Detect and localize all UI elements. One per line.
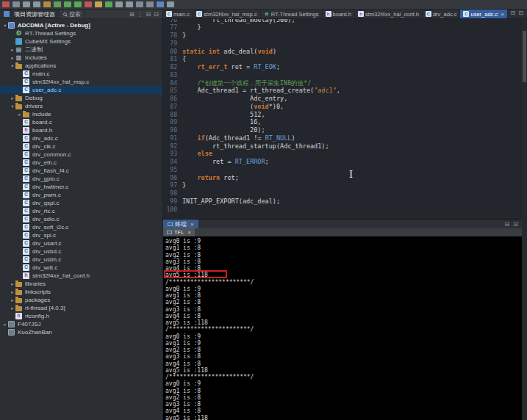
tree-item[interactable]: ▾drivers [0,102,162,110]
tree-item[interactable]: Cboard.c [0,118,162,126]
editor-tab[interactable]: Cmain.c [163,10,193,18]
tree-item[interactable]: Cdrv_rtc.c [0,207,162,215]
editor-tab[interactable]: Cdrv_adc.c [423,10,461,18]
tree-item[interactable]: Cdrv_flash_f4.c [0,167,162,175]
expand-arrow-icon[interactable]: ▸ [10,55,15,61]
tree-item[interactable]: Cdrv_common.c [0,151,162,159]
c-icon: C [23,79,29,85]
terminal-icon[interactable] [115,1,123,7]
tree-item[interactable]: Cdrv_clk.c [0,142,162,151]
tree-item[interactable]: ▸libraries [0,280,162,288]
collapse-arrow-icon[interactable]: ▾ [10,104,15,109]
view-tab[interactable]: 搜索 [60,10,85,18]
save-icon[interactable] [23,1,30,7]
expand-arrow-icon[interactable]: ▸ [10,297,15,303]
view-tab[interactable]: 项目资源管理器 [0,10,60,18]
collapse-arrow-icon[interactable]: ▾ [10,63,15,69]
tree-item[interactable]: hrtconfig.h [0,312,162,320]
run-icon[interactable] [74,1,82,7]
expand-arrow-icon[interactable]: ▸ [10,47,15,53]
view-menu-icon[interactable]: ⋮ [137,11,143,18]
code-editor[interactable]: 76 rt_thread_mdelay(500);77 }78}7980stat… [163,19,527,219]
tree-item[interactable]: ▸Debug [0,94,162,102]
editor-tab[interactable]: hstm32f4xx_hal_conf.h [355,10,423,18]
stop-icon[interactable] [85,1,92,7]
maximize-icon[interactable]: ⊡ [154,11,159,18]
expand-arrow-icon[interactable]: ▸ [10,289,15,295]
tree-item[interactable]: ▸F407JSJ [0,320,162,328]
expand-arrow-icon[interactable]: ▸ [2,322,8,327]
close-icon[interactable]: × [190,221,194,228]
tree-item[interactable]: Cdrv_usbd.c [0,247,162,256]
editor-tab[interactable]: hboard.h [323,10,355,18]
step-over-icon[interactable] [95,1,102,7]
maximize-icon[interactable]: ⊡ [518,10,523,18]
terminal-output[interactable]: avg0 is :9avg1 is :8avg2 is :8avg3 is :8… [163,236,522,420]
tree-item[interactable]: hstm32f4xx_hal_conf.h [0,272,162,280]
tree-item[interactable]: Cdrv_spi.c [0,231,162,239]
tree-item[interactable]: ▸rt-thread [4.0.3] [0,304,162,312]
minimize-icon[interactable]: ⊟ [146,11,151,18]
editor-tab[interactable]: Cstm32f4xx_hal_msp.c [193,10,261,18]
tree-item[interactable]: Cdrv_eth.c [0,159,162,167]
terminal-panel-tab[interactable]: 终端 × [163,220,198,228]
close-icon[interactable]: × [501,11,504,18]
tree-item[interactable]: ▸linkscripts [0,288,162,296]
tree-item[interactable]: Cdrv_wdt.c [0,264,162,272]
terminal-session-tabbar: TFL × [163,228,527,236]
tree-item[interactable]: Cstm32f4xx_hal_msp.c [0,78,162,86]
collapse-all-icon[interactable]: ⊞ [129,11,135,18]
tree-item[interactable]: ▾ADCDMA [Active - Debug] [0,21,162,29]
tree-item[interactable]: Cdrv_sdio.c [0,215,162,223]
save-all-icon[interactable] [33,1,40,7]
tree-item[interactable]: Cdrv_qspi.c [0,199,162,207]
tree-item[interactable]: Cdrv_pwm.c [0,191,162,199]
expand-arrow-icon[interactable]: ▸ [17,112,23,117]
tree-item[interactable]: ▸include [0,110,162,118]
forward-icon[interactable] [146,1,154,7]
expand-arrow-icon[interactable]: ▸ [10,305,15,311]
editor-tab[interactable]: ⚙RT-Thread Settings [261,10,323,18]
tree-item[interactable]: Cdrv_adc.c [0,134,162,142]
tree-item[interactable]: Cdrv_soft_i2c.c [0,223,162,231]
collapse-arrow-icon[interactable]: ▾ [2,23,8,29]
terminal-session-tab[interactable]: TFL × [163,228,195,236]
download-icon[interactable] [54,1,61,7]
build-icon[interactable] [43,1,51,7]
c-icon: C [23,216,29,222]
external-tools-icon[interactable] [157,1,164,7]
tree-item[interactable]: Cmain.c [0,70,162,78]
minimize-icon[interactable]: ⊟ [511,10,516,18]
tree-item[interactable]: Cdrv_usart.c [0,239,162,247]
tree-item[interactable]: ▾applications [0,62,162,70]
tree-item[interactable]: ▸packages [0,296,162,304]
minimize-icon[interactable]: ⊟ [505,221,510,228]
tree-item[interactable]: KuoZhanBan [0,328,162,336]
tree-item[interactable]: Cdrv_hwtimer.c [0,183,162,191]
editor-tab[interactable]: Cuser_adc.c× [460,10,507,18]
scrollbar-thumb[interactable] [523,31,526,82]
debug-icon[interactable] [64,1,71,7]
device-icon[interactable] [2,1,10,7]
tree-item[interactable]: ⚙RT-Thread Settings [0,29,162,37]
project-tree[interactable]: ▾ADCDMA [Active - Debug]⚙RT-Thread Setti… [0,19,162,420]
tree-item[interactable]: hboard.h [0,126,162,134]
expand-arrow-icon[interactable]: ▸ [10,95,15,101]
tree-item[interactable]: Cdrv_usbh.c [0,256,162,264]
tree-item-label: drv_eth.c [32,159,57,166]
tree-item[interactable]: Cuser_adc.c [0,86,162,94]
back-icon[interactable] [136,1,143,7]
resume-icon[interactable] [105,1,112,7]
terminal-line: avg5 is :118 [165,319,522,326]
open-perspective-icon[interactable] [167,1,174,7]
tree-item[interactable]: ▸▤二进制 [0,46,162,54]
close-icon[interactable]: × [187,229,191,236]
editor-scrollbar[interactable] [522,19,527,420]
expand-arrow-icon[interactable]: ▸ [10,281,15,287]
tree-item[interactable]: Cdrv_gpio.c [0,175,162,183]
new-icon[interactable] [12,1,20,7]
maximize-icon[interactable]: ⊡ [513,221,518,228]
tree-item[interactable]: CubeMX Settings [0,37,162,46]
tree-item[interactable]: ▸▥Includes [0,54,162,62]
search-icon[interactable] [126,1,133,7]
